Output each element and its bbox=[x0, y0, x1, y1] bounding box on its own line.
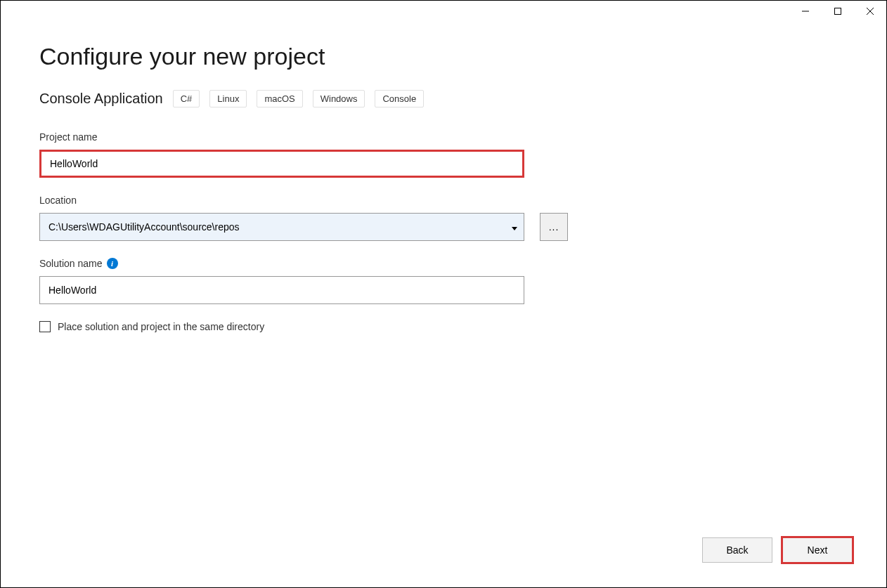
solution-name-label-text: Solution name bbox=[39, 258, 103, 269]
solution-name-input[interactable] bbox=[39, 276, 524, 304]
project-name-group: Project name bbox=[39, 131, 848, 178]
subtitle-row: Console Application C# Linux macOS Windo… bbox=[39, 90, 848, 107]
browse-button[interactable]: ... bbox=[540, 213, 568, 241]
location-combobox[interactable] bbox=[39, 213, 524, 241]
same-directory-label: Place solution and project in the same d… bbox=[58, 321, 264, 332]
minimize-button[interactable] bbox=[789, 1, 822, 22]
maximize-button[interactable] bbox=[822, 1, 854, 22]
location-label: Location bbox=[39, 195, 848, 206]
next-button[interactable]: Next bbox=[782, 537, 853, 563]
tag-csharp: C# bbox=[173, 90, 200, 107]
page-title: Configure your new project bbox=[39, 43, 848, 70]
close-button[interactable] bbox=[854, 1, 886, 22]
solution-name-label: Solution name i bbox=[39, 258, 848, 269]
location-group: Location ... bbox=[39, 195, 848, 241]
tag-console: Console bbox=[375, 90, 424, 107]
window-controls bbox=[789, 1, 886, 22]
project-template-name: Console Application bbox=[39, 91, 163, 107]
maximize-icon bbox=[834, 8, 841, 15]
tag-windows: Windows bbox=[313, 90, 365, 107]
solution-name-group: Solution name i bbox=[39, 258, 848, 304]
close-icon bbox=[867, 8, 874, 15]
same-directory-checkbox[interactable] bbox=[39, 321, 51, 332]
footer-buttons: Back Next bbox=[702, 537, 853, 563]
main-content: Configure your new project Console Appli… bbox=[1, 1, 886, 332]
tag-macos: macOS bbox=[257, 90, 302, 107]
minimize-icon bbox=[802, 8, 809, 15]
svg-rect-1 bbox=[835, 8, 841, 15]
back-button[interactable]: Back bbox=[702, 537, 772, 563]
same-directory-row: Place solution and project in the same d… bbox=[39, 321, 848, 332]
info-icon[interactable]: i bbox=[107, 258, 118, 269]
project-name-label: Project name bbox=[39, 131, 848, 143]
tag-linux: Linux bbox=[209, 90, 247, 107]
project-name-input[interactable] bbox=[39, 150, 524, 178]
